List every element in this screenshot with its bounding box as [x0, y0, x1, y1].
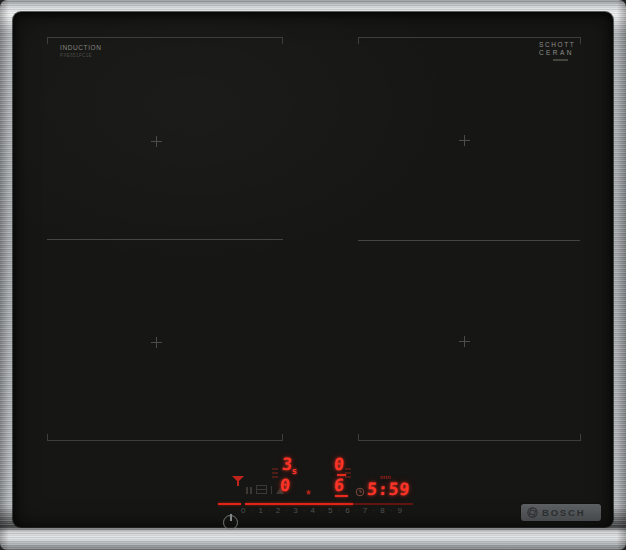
pause-icon[interactable] — [246, 487, 252, 494]
bridge-zones-icon[interactable] — [256, 485, 267, 494]
front-right-bottom-dash — [335, 495, 348, 497]
zone-center-mark-front-right — [459, 336, 470, 347]
slider-dot: · — [286, 507, 288, 514]
slider-dot: · — [338, 507, 340, 514]
power-icon[interactable] — [223, 515, 238, 530]
display-front-right: 6 — [333, 477, 344, 494]
glass-brand-line1: SCHOTT — [539, 41, 575, 48]
zone-center-mark-rear-left — [151, 136, 162, 147]
surface-type-label: INDUCTION — [60, 44, 102, 51]
zone-bracket-rear-left — [47, 37, 283, 44]
slider-number-0[interactable]: 0 — [241, 506, 245, 515]
bosch-logo-text: BOSCH — [542, 507, 585, 518]
display-front-left-value: 0 — [279, 475, 291, 495]
display-rear-left: 3s — [281, 456, 298, 473]
slider-number-5[interactable]: 5 — [328, 506, 332, 515]
slider-number-strip[interactable]: 0·1·2·3·4·5·6·7·8·9 — [241, 506, 402, 515]
model-code-label: PXE651FC1E — [60, 53, 102, 58]
display-front-right-value: 6 — [333, 475, 345, 495]
slider-number-4[interactable]: 4 — [311, 506, 315, 515]
zone-center-mark-rear-right — [459, 135, 470, 146]
ceran-glass-surface — [13, 12, 613, 527]
divider-icon — [271, 486, 272, 494]
glass-brand-line2: CERAN — [539, 49, 575, 56]
glass-brand-block: SCHOTT CERAN — [539, 41, 575, 61]
slider-number-8[interactable]: 8 — [380, 506, 384, 515]
induction-cooktop: INDUCTION PXE651FC1E SCHOTT CERAN 3s 0 0… — [0, 0, 626, 550]
zone-divider-left — [47, 239, 283, 240]
function-key-cluster — [246, 485, 284, 494]
slider-number-9[interactable]: 9 — [398, 506, 402, 515]
glass-brand-subline — [553, 59, 568, 61]
slider-line-inactive[interactable] — [353, 503, 413, 505]
slider-dot: · — [251, 507, 253, 514]
slider-dot: · — [372, 507, 374, 514]
bosch-logo-plate: BOSCH — [521, 504, 601, 521]
display-rear-right-value: 0 — [333, 454, 345, 474]
slider-dot: · — [320, 507, 322, 514]
slider-line-active[interactable] — [245, 503, 353, 505]
zone-divider-right — [358, 240, 580, 241]
slider-number-1[interactable]: 1 — [258, 506, 262, 515]
display-front-left: 0 — [279, 477, 290, 494]
funnel-stem — [237, 481, 239, 486]
surface-type-label-block: INDUCTION PXE651FC1E — [60, 44, 102, 58]
zone-bracket-front-left — [47, 434, 283, 441]
slider-dot: · — [268, 507, 270, 514]
power-level-bars-left-icon — [272, 468, 278, 480]
slider-number-2[interactable]: 2 — [276, 506, 280, 515]
slider-line-left-segment[interactable] — [218, 503, 241, 505]
clock-icon — [355, 487, 365, 497]
slider-number-6[interactable]: 6 — [345, 506, 349, 515]
star-icon: * — [306, 489, 311, 501]
slider-number-3[interactable]: 3 — [293, 506, 297, 515]
bosch-logo-icon — [527, 507, 538, 518]
front-right-top-dash — [337, 474, 346, 476]
display-rear-right: 0 — [333, 456, 344, 473]
funnel-indicator-icon — [232, 476, 244, 487]
zone-bracket-front-right — [358, 434, 581, 441]
slider-number-7[interactable]: 7 — [363, 506, 367, 515]
slider-dot: · — [303, 507, 305, 514]
slider-dot: · — [390, 507, 392, 514]
zone-center-mark-front-left — [151, 337, 162, 348]
display-rear-left-badge: s — [291, 467, 297, 476]
slider-dot: · — [355, 507, 357, 514]
timer-display: 5:59 — [366, 481, 410, 498]
